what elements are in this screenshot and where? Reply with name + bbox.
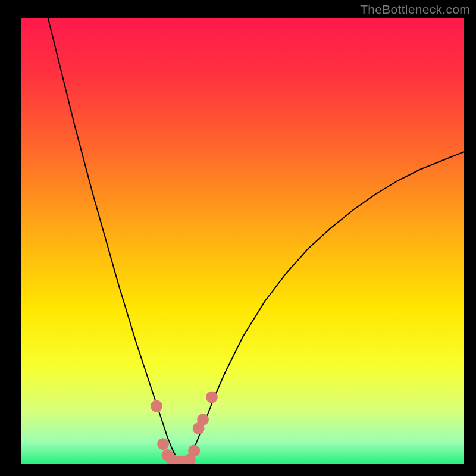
point-highlight-dots — [188, 445, 200, 457]
watermark-label: TheBottleneck.com — [360, 2, 470, 17]
point-highlight-dots — [157, 438, 169, 450]
point-highlight-dots — [197, 414, 209, 425]
bottleneck-chart — [0, 0, 476, 476]
chart-stage: TheBottleneck.com — [0, 0, 476, 476]
gradient-background — [21, 18, 464, 464]
point-highlight-dots — [206, 392, 218, 403]
point-highlight-dots — [151, 400, 162, 412]
